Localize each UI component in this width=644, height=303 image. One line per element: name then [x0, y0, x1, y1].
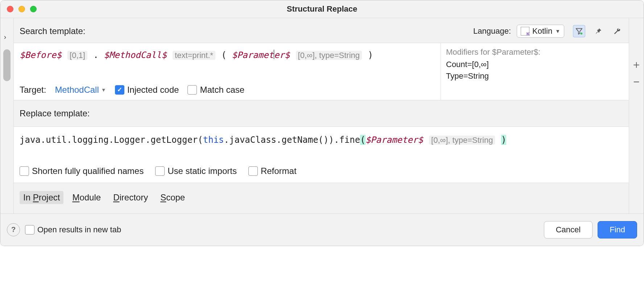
scope-tab-project[interactable]: In Project — [20, 191, 63, 204]
hint-parameter: [0,∞], type=String — [429, 136, 495, 145]
modifiers-title: Modifiers for $Parameter$: — [446, 47, 624, 57]
replace-template-editor[interactable]: java.util.logging.Logger.getLogger(this.… — [14, 126, 629, 183]
tools-button[interactable] — [611, 25, 623, 37]
scope-tab-scope[interactable]: Scope — [157, 191, 189, 204]
scope-tab-directory[interactable]: Directory — [110, 191, 152, 204]
open-results-new-tab-checkbox[interactable]: Open results in new tab — [25, 225, 121, 234]
hint-methodcall: text=print.* — [173, 51, 215, 60]
pin-button[interactable] — [593, 25, 604, 37]
close-window-button[interactable] — [7, 6, 13, 12]
language-value: Kotlin — [532, 26, 552, 36]
match-case-checkbox[interactable]: Match case — [187, 85, 244, 95]
hint-before: [0,1] — [67, 51, 87, 60]
search-header-row: Search template: Language: Kotlin ▼ — [14, 18, 629, 43]
shorten-names-checkbox[interactable]: Shorten fully qualified names — [20, 166, 144, 176]
wrench-icon — [613, 27, 621, 35]
find-button[interactable]: Find — [598, 221, 637, 238]
help-button[interactable]: ? — [7, 223, 20, 236]
right-gutter: ＋ − — [629, 18, 644, 213]
dialog-window: Structural Replace ›› Search template: L… — [0, 0, 644, 246]
modifiers-pane: Modifiers for $Parameter$: Count=[0,∞] T… — [441, 43, 629, 100]
scope-tabs: In Project Module Directory Scope — [14, 183, 629, 213]
window-controls — [7, 6, 37, 12]
remove-modifier-button[interactable]: − — [629, 73, 644, 91]
var-methodcall: $MethodCall$ — [104, 50, 166, 60]
matched-paren-close: ) — [501, 135, 506, 145]
zoom-window-button[interactable] — [30, 6, 37, 12]
funnel-icon — [575, 27, 583, 35]
replace-template-label: Replace template: — [14, 100, 629, 126]
search-template-label: Search template: — [20, 26, 85, 36]
matched-paren-open: ( — [360, 135, 365, 145]
target-label: Target: — [20, 85, 46, 95]
add-modifier-button[interactable]: ＋ — [629, 56, 644, 73]
language-label: Language: — [473, 26, 511, 36]
static-imports-checkbox[interactable]: Use static imports — [155, 166, 237, 176]
search-template-editor[interactable]: $Before$ [0,1] . $MethodCall$ text=print… — [14, 43, 441, 100]
scope-tab-module[interactable]: Module — [69, 191, 104, 204]
language-select[interactable]: Kotlin ▼ — [517, 25, 564, 38]
minimize-window-button[interactable] — [18, 6, 25, 12]
pin-icon — [594, 27, 602, 35]
var-parameter: $Parameter$ — [366, 135, 423, 145]
modifier-row[interactable]: Type=String — [446, 71, 624, 81]
reformat-checkbox[interactable]: Reformat — [248, 166, 297, 176]
var-parameter: $Parameter$ — [232, 50, 290, 60]
var-before: $Before$ — [20, 50, 62, 60]
chevron-down-icon: ▼ — [555, 28, 560, 34]
chevron-down-icon: ▼ — [101, 87, 106, 93]
filter-button[interactable] — [573, 25, 585, 37]
injected-code-checkbox[interactable]: Injected code — [115, 85, 179, 95]
keyword-this: this — [203, 135, 224, 145]
titlebar: Structural Replace — [0, 0, 644, 18]
target-select[interactable]: MethodCall ▼ — [55, 85, 106, 95]
left-scroll-thumb[interactable] — [3, 49, 11, 81]
svg-point-0 — [581, 33, 583, 35]
left-gutter: ›› — [0, 18, 14, 213]
dialog-footer: ? Open results in new tab Cancel Find — [0, 213, 644, 246]
window-title: Structural Replace — [287, 4, 357, 14]
kotlin-icon — [521, 27, 529, 36]
modifier-row[interactable]: Count=[0,∞] — [446, 60, 624, 69]
hint-parameter: [0,∞], type=String — [296, 51, 362, 60]
cancel-button[interactable]: Cancel — [544, 221, 593, 238]
